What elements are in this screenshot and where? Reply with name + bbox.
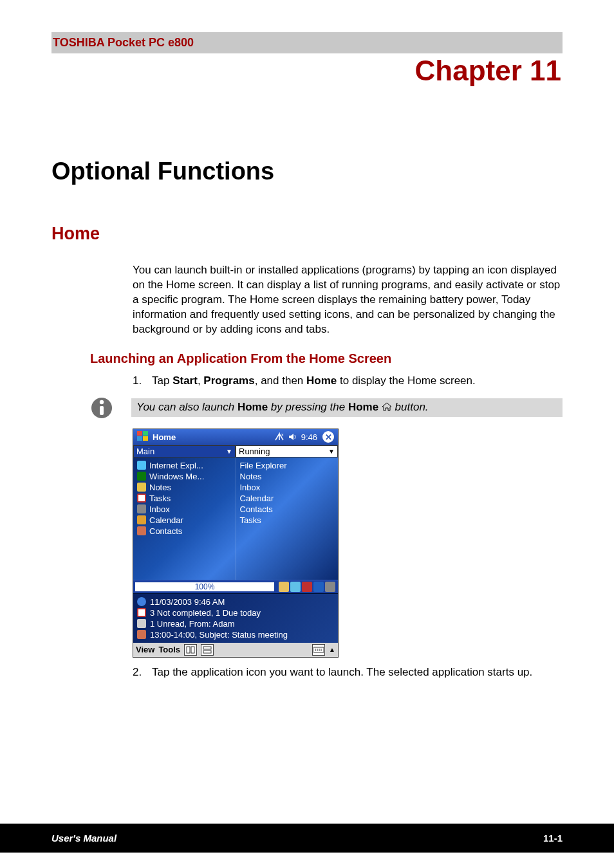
info-icon [90, 396, 113, 420]
svg-rect-9 [191, 647, 194, 653]
svg-point-2 [100, 400, 104, 403]
main-dropdown-label: Main [136, 447, 154, 456]
section-title: Optional Functions [51, 158, 563, 185]
chevron-down-icon: ▼ [226, 448, 232, 455]
svg-rect-1 [100, 406, 104, 415]
running-item[interactable]: File Explorer [240, 460, 335, 471]
product-name: TOSHIBA Pocket PC e800 [53, 36, 194, 49]
calendar-icon [137, 630, 146, 639]
keyboard-icon[interactable] [312, 644, 325, 656]
clock-icon [137, 597, 146, 606]
tools-menu[interactable]: Tools [158, 645, 180, 654]
setting-b-icon[interactable] [313, 582, 324, 592]
svg-rect-10 [203, 647, 211, 649]
layout-b-icon[interactable] [201, 644, 214, 656]
home-intro: You can launch built-in or installed app… [133, 263, 563, 337]
today-mail[interactable]: 1 Unread, From: Adam [137, 618, 334, 629]
running-item[interactable]: Contacts [240, 504, 335, 515]
running-list: File Explorer Notes Inbox Calendar Conta… [236, 457, 339, 580]
device-titlebar: Home x 9:46 ✕ [133, 429, 338, 445]
running-item[interactable]: Tasks [240, 515, 335, 526]
apps-list: Internet Expl... Windows Me... Notes Tas… [133, 457, 236, 580]
svg-rect-11 [203, 651, 211, 653]
battery-indicator[interactable]: 100% [135, 582, 275, 592]
svg-rect-5 [137, 436, 142, 441]
step-2: 2. Tap the application icon you want to … [133, 665, 563, 680]
chevron-down-icon: ▼ [328, 448, 335, 455]
sip-up-icon[interactable]: ▲ [329, 646, 335, 653]
svg-text:x: x [281, 432, 284, 437]
calendar-icon [137, 515, 146, 524]
today-calendar[interactable]: 13:00-14:00, Subject: Status meeting [137, 629, 334, 640]
status-bar: 100% [133, 580, 338, 594]
today-datetime[interactable]: 11/03/2003 9:46 AM [137, 596, 334, 607]
setting-a-icon[interactable] [302, 582, 312, 592]
today-tasks[interactable]: 3 Not completed, 1 Due today [137, 607, 334, 618]
header-bar: TOSHIBA Pocket PC e800 [51, 32, 563, 53]
layout-a-icon[interactable] [184, 644, 197, 656]
running-dropdown-label: Running [239, 447, 270, 456]
clock-text[interactable]: 9:46 [301, 432, 317, 442]
tasks-icon [137, 608, 146, 617]
mail-icon [137, 619, 146, 628]
app-item[interactable]: Contacts [137, 526, 232, 537]
svg-rect-4 [143, 431, 148, 436]
note-row: You can also launch Home by pressing the… [90, 396, 563, 420]
running-item[interactable]: Inbox [240, 482, 335, 493]
main-dropdown[interactable]: Main ▼ [133, 445, 236, 457]
svg-rect-6 [143, 436, 148, 441]
speaker-icon[interactable] [288, 432, 297, 441]
step-1-text: Tap Start, Programs, and then Home to di… [152, 374, 476, 387]
running-dropdown[interactable]: Running ▼ [236, 445, 338, 457]
app-item[interactable]: Inbox [137, 504, 232, 515]
running-item[interactable]: Calendar [240, 493, 335, 504]
svg-rect-3 [137, 431, 142, 436]
app-item[interactable]: Windows Me... [137, 471, 232, 482]
device-screenshot: Home x 9:46 ✕ Main ▼ Running ▼ Internet [133, 429, 339, 658]
close-icon[interactable]: ✕ [322, 431, 334, 443]
hand-icon[interactable] [279, 582, 289, 592]
footer-right: 11-1 [543, 833, 563, 844]
home-heading: Home [51, 224, 563, 244]
volume-icon[interactable] [325, 582, 335, 592]
svg-rect-12 [313, 647, 324, 652]
page-footer: User's Manual 11-1 [0, 824, 614, 853]
launch-heading: Launching an Application From the Home S… [90, 351, 563, 366]
view-menu[interactable]: View [136, 645, 154, 654]
contacts-icon [137, 526, 146, 535]
ie-icon [137, 461, 146, 470]
tasks-icon [137, 494, 146, 503]
running-item[interactable]: Notes [240, 471, 335, 482]
connectivity-icon[interactable]: x [274, 432, 284, 441]
step-2-text: Tap the application icon you want to lau… [152, 666, 532, 678]
today-panel: 11/03/2003 9:46 AM 3 Not completed, 1 Du… [133, 594, 338, 643]
start-flag-icon[interactable] [137, 431, 149, 443]
app-item[interactable]: Internet Expl... [137, 460, 232, 471]
inbox-icon [137, 504, 146, 513]
home-icon [382, 402, 392, 414]
svg-rect-8 [187, 647, 190, 653]
chapter-number: Chapter 11 [51, 55, 561, 87]
device-title: Home [153, 432, 176, 442]
step-2-number: 2. [133, 665, 142, 680]
app-item[interactable]: Tasks [137, 493, 232, 504]
notes-icon [137, 483, 146, 492]
device-menubar: View Tools ▲ [133, 643, 338, 657]
brightness-icon[interactable] [290, 582, 301, 592]
app-item[interactable]: Notes [137, 482, 232, 493]
footer-left: User's Manual [51, 833, 116, 844]
wmp-icon [137, 472, 146, 481]
step-1-number: 1. [133, 374, 142, 389]
note-text: You can also launch Home by pressing the… [131, 398, 563, 417]
step-1: 1. Tap Start, Programs, and then Home to… [133, 374, 563, 389]
app-item[interactable]: Calendar [137, 515, 232, 526]
